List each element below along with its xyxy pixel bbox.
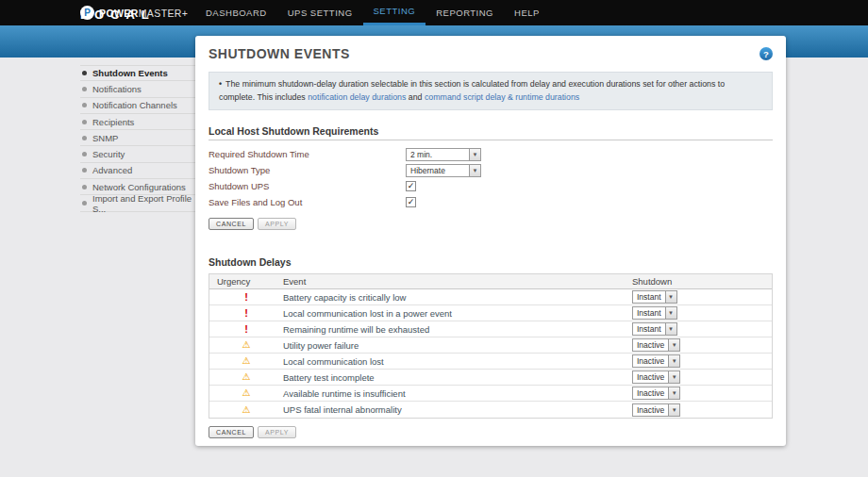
event-label: Local communication lost in a power even… bbox=[275, 308, 630, 319]
save-files-label: Save Files and Log Out bbox=[209, 197, 406, 207]
nav-setting[interactable]: SETTING bbox=[363, 0, 426, 25]
bullet-icon bbox=[82, 185, 87, 189]
sidebar-item-label: SNMP bbox=[92, 133, 118, 143]
table-row: ⚠ Local communication lost Inactive▼ bbox=[209, 354, 772, 370]
required-shutdown-time-label: Required Shutdown Time bbox=[209, 149, 406, 159]
sidebar-item-snmp[interactable]: SNMP bbox=[80, 130, 195, 146]
event-label: Utility power failure bbox=[275, 340, 630, 351]
panel-header: SHUTDOWN EVENTS ? bbox=[209, 45, 773, 62]
nav-help[interactable]: HELP bbox=[504, 0, 550, 25]
event-label: Remaining runtime will be exhausted bbox=[275, 324, 630, 335]
local-host-requirements-heading: Local Host Shutdown Requirements bbox=[209, 125, 773, 140]
form-row-shutdown-ups: Shutdown UPS ✓ bbox=[209, 178, 773, 194]
bullet-icon bbox=[82, 136, 87, 140]
sidebar-item-advanced[interactable]: Advanced bbox=[80, 163, 195, 179]
save-files-checkbox[interactable]: ✓ bbox=[406, 197, 416, 207]
bullet-icon bbox=[82, 152, 87, 156]
chevron-down-icon: ▼ bbox=[469, 165, 480, 176]
notice-text-mid: and bbox=[406, 92, 425, 102]
shutdown-type-label: Shutdown Type bbox=[209, 165, 406, 175]
requirements-cancel-button[interactable]: CANCEL bbox=[209, 218, 254, 230]
event-label: UPS fatal internal abnormality bbox=[275, 404, 630, 415]
select-value: Instant bbox=[633, 308, 665, 318]
select-value: Inactive bbox=[633, 340, 668, 350]
critical-icon: ! bbox=[244, 308, 248, 319]
select-value: Instant bbox=[633, 324, 665, 334]
shutdown-delays-heading: Shutdown Delays bbox=[209, 256, 773, 268]
shutdown-ups-label: Shutdown UPS bbox=[209, 181, 406, 191]
requirements-buttons: CANCEL APPLY bbox=[209, 218, 773, 230]
page-title: SHUTDOWN EVENTS bbox=[209, 46, 350, 61]
shutdown-select[interactable]: Inactive▼ bbox=[632, 370, 680, 384]
shutdown-select[interactable]: Instant▼ bbox=[632, 306, 677, 320]
form-row-save-files: Save Files and Log Out ✓ bbox=[209, 194, 773, 210]
shutdown-select[interactable]: Inactive▼ bbox=[632, 403, 680, 417]
warning-icon: ⚠ bbox=[242, 356, 251, 366]
table-row: ⚠ Utility power failure Inactive▼ bbox=[209, 337, 772, 354]
sidebar: Shutdown Events Notifications Notificati… bbox=[80, 65, 195, 212]
sidebar-item-notifications[interactable]: Notifications bbox=[80, 81, 195, 97]
table-row: ! Local communication lost in a power ev… bbox=[209, 305, 772, 321]
event-label: Local communication lost bbox=[275, 356, 630, 367]
page: P POWERMASTER+ DASHBOARD UPS SETTING SET… bbox=[0, 0, 868, 477]
form-row-required-shutdown-time: Required Shutdown Time 2 min.▼ bbox=[209, 146, 773, 162]
delays-cancel-button[interactable]: CANCEL bbox=[209, 426, 254, 438]
critical-icon: ! bbox=[244, 324, 248, 335]
nav-reporting[interactable]: REPORTING bbox=[426, 0, 504, 25]
chevron-down-icon: ▼ bbox=[668, 371, 679, 383]
sidebar-item-label: Security bbox=[92, 149, 125, 159]
sidebar-item-label: Advanced bbox=[92, 165, 132, 175]
sidebar-item-shutdown-events[interactable]: Shutdown Events bbox=[80, 65, 195, 81]
table-row: ! Battery capacity is critically low Ins… bbox=[209, 289, 772, 305]
help-icon[interactable]: ? bbox=[760, 47, 773, 60]
shutdown-ups-checkbox[interactable]: ✓ bbox=[406, 181, 416, 191]
shutdown-select[interactable]: Inactive▼ bbox=[632, 338, 680, 352]
table-row: ⚠ Battery test incomplete Inactive▼ bbox=[209, 370, 772, 386]
chevron-down-icon: ▼ bbox=[668, 339, 679, 351]
nav-dashboard[interactable]: DASHBOARD bbox=[195, 0, 277, 25]
sidebar-item-label: Notification Channels bbox=[92, 100, 177, 110]
sidebar-item-label: Import and Export Profile S... bbox=[92, 193, 195, 214]
select-value: Instant bbox=[633, 292, 665, 302]
chevron-down-icon: ▼ bbox=[665, 323, 676, 335]
chevron-down-icon: ▼ bbox=[668, 355, 679, 367]
sidebar-item-label: Notifications bbox=[92, 84, 142, 94]
bullet-icon bbox=[82, 120, 87, 124]
chevron-down-icon: ▼ bbox=[665, 307, 676, 319]
warning-icon: ⚠ bbox=[242, 372, 251, 382]
critical-icon: ! bbox=[244, 292, 248, 303]
shutdown-select[interactable]: Instant▼ bbox=[632, 322, 677, 336]
main-nav: DASHBOARD UPS SETTING SETTING REPORTING … bbox=[195, 0, 550, 25]
required-shutdown-time-select[interactable]: 2 min.▼ bbox=[406, 148, 481, 161]
command-script-durations-link[interactable]: command script delay & runtime durations bbox=[425, 92, 579, 102]
select-value: Hibernate bbox=[407, 166, 469, 175]
sidebar-item-recipients[interactable]: Recipients bbox=[80, 114, 195, 130]
shutdown-events-panel: SHUTDOWN EVENTS ? •The minimum shutdown-… bbox=[195, 36, 786, 446]
column-header-urgency: Urgency bbox=[209, 276, 275, 287]
select-value: Inactive bbox=[633, 356, 668, 366]
select-value: Inactive bbox=[633, 388, 668, 398]
shutdown-select[interactable]: Inactive▼ bbox=[632, 387, 680, 400]
sidebar-item-import-export-profile[interactable]: Import and Export Profile S... bbox=[80, 195, 195, 211]
nav-ups-setting[interactable]: UPS SETTING bbox=[277, 0, 363, 25]
sidebar-item-security[interactable]: Security bbox=[80, 146, 195, 162]
bullet-icon bbox=[82, 168, 87, 173]
banner-title: LOCAL bbox=[80, 8, 156, 22]
bullet-icon bbox=[82, 71, 87, 75]
bullet-icon bbox=[82, 201, 87, 206]
notification-delay-durations-link[interactable]: notification delay durations bbox=[308, 92, 406, 102]
shutdown-select[interactable]: Inactive▼ bbox=[632, 354, 680, 368]
column-header-shutdown: Shutdown bbox=[630, 276, 772, 287]
chevron-down-icon: ▼ bbox=[665, 291, 676, 303]
table-header: Urgency Event Shutdown bbox=[209, 274, 772, 289]
chevron-down-icon: ▼ bbox=[668, 387, 679, 399]
shutdown-select[interactable]: Instant▼ bbox=[632, 290, 677, 304]
warning-icon: ⚠ bbox=[242, 388, 251, 398]
delays-apply-button[interactable]: APPLY bbox=[258, 426, 296, 438]
shutdown-type-select[interactable]: Hibernate▼ bbox=[406, 164, 481, 177]
table-row: ⚠ Available runtime is insufficient Inac… bbox=[209, 386, 772, 402]
form-row-shutdown-type: Shutdown Type Hibernate▼ bbox=[209, 162, 773, 178]
requirements-apply-button[interactable]: APPLY bbox=[258, 218, 296, 230]
sidebar-item-notification-channels[interactable]: Notification Channels bbox=[80, 98, 195, 114]
warning-icon: ⚠ bbox=[242, 340, 251, 350]
